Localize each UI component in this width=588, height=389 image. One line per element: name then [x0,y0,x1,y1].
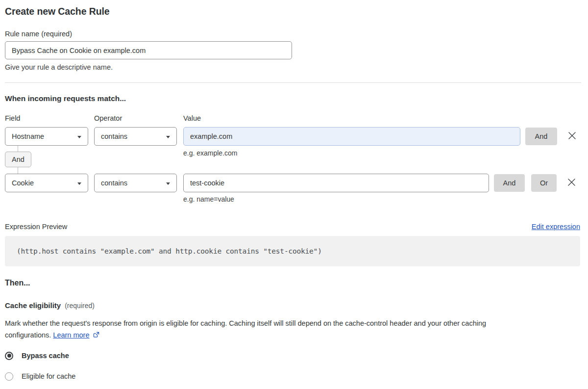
rule-name-input[interactable] [5,41,292,59]
condition-row-2: Cookie contains And Or [5,174,580,192]
expression-preview-label: Expression Preview [5,223,67,231]
description-line-2: configurations. [5,331,51,339]
then-heading: Then... [5,279,580,287]
close-icon [567,178,576,188]
cache-eligibility-header: Cache eligibility (required) [5,301,580,310]
close-icon [567,131,577,142]
chevron-down-icon [77,182,81,185]
cache-eligibility-heading: Cache eligibility [5,301,61,310]
condition-column-headers: Field Operator Value [5,114,580,122]
radio-selected-icon[interactable] [5,352,13,360]
remove-condition-button-2[interactable] [566,178,577,188]
add-or-condition-button-2[interactable]: Or [531,174,557,192]
condition-connector-area: And e.g. example.com [5,146,580,174]
expression-code: (http.host contains "example.com" and ht… [5,236,580,266]
page-title: Create new Cache Rule [5,6,580,17]
description-line-1: Mark whether the request's response from… [5,319,486,327]
operator-select-2-value: contains [101,179,127,187]
external-link-icon [93,332,100,340]
add-and-condition-button-2[interactable]: And [494,174,525,192]
add-and-condition-button-1[interactable]: And [525,128,557,145]
operator-select-1-value: contains [101,132,127,140]
field-column-label: Field [5,114,94,122]
create-cache-rule-page: Create new Cache Rule Rule name (require… [0,6,588,389]
section-divider [5,82,581,83]
chevron-down-icon [166,182,170,185]
field-select-1-value: Hostname [12,132,44,140]
value-column-label: Value [183,114,201,122]
edit-expression-link[interactable]: Edit expression [532,223,580,231]
expression-preview-header: Expression Preview Edit expression [5,223,580,231]
learn-more-link[interactable]: Learn more [53,331,89,339]
condition-connector-toggle[interactable]: And [5,152,31,167]
field-select-2[interactable]: Cookie [5,174,88,192]
cache-eligibility-description: Mark whether the request's response from… [5,317,580,342]
chevron-down-icon [77,136,81,138]
rule-name-helper: Give your rule a descriptive name. [5,63,580,71]
remove-condition-button-1[interactable] [566,131,577,142]
radio-label-bypass-cache: Bypass cache [22,352,69,360]
operator-select-2[interactable]: contains [94,174,177,192]
radio-option-eligible-for-cache[interactable]: Eligible for cache [5,371,580,381]
radio-unselected-icon[interactable] [5,372,13,381]
value-input-1[interactable] [183,127,520,146]
operator-select-1[interactable]: contains [94,127,177,146]
rule-name-label: Rule name (required) [5,30,580,38]
value-hint-2: e.g. name=value [183,195,580,203]
value-hint-1: e.g. example.com [183,149,238,157]
value-input-2[interactable] [183,174,489,192]
operator-column-label: Operator [94,114,183,122]
match-heading: When incoming requests match... [5,94,580,103]
required-tag: (required) [65,302,95,310]
field-select-1[interactable]: Hostname [5,127,88,146]
condition-row-1: Hostname contains And [5,127,580,146]
radio-option-bypass-cache[interactable]: Bypass cache [5,351,580,361]
field-select-2-value: Cookie [12,179,34,187]
radio-label-eligible-for-cache: Eligible for cache [22,372,75,380]
chevron-down-icon [166,136,170,138]
